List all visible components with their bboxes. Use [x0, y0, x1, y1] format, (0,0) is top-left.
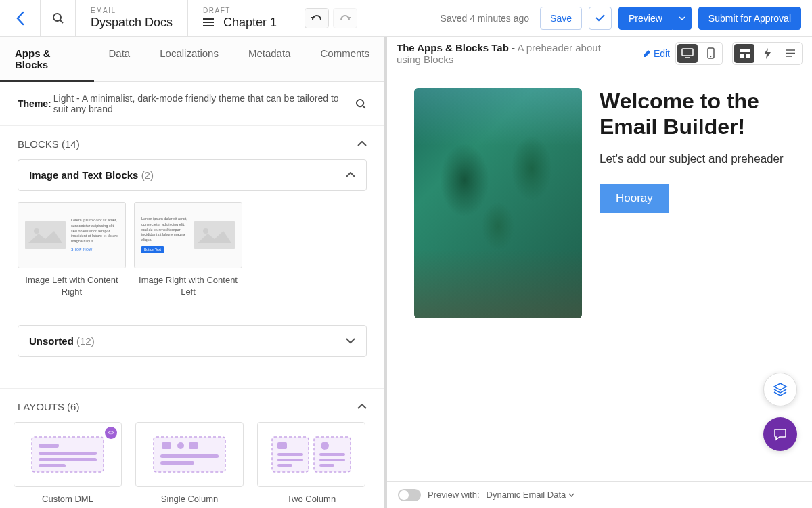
- footer-value[interactable]: Dynamic Email Data: [487, 490, 575, 500]
- redo-button: [333, 8, 357, 28]
- svg-rect-26: [319, 464, 334, 467]
- back-button[interactable]: [0, 0, 41, 37]
- svg-rect-9: [39, 458, 97, 461]
- layout-two-column[interactable]: Two Column: [257, 422, 365, 504]
- breadcrumb-email-label: EMAIL: [91, 7, 173, 14]
- svg-point-13: [177, 442, 184, 449]
- block-image-right[interactable]: Lorem ipsum dolor sit amet, consectetur …: [134, 202, 242, 298]
- svg-point-4: [34, 228, 39, 234]
- block-image-left[interactable]: Lorem ipsum dolor sit amet, consectetur …: [18, 202, 126, 298]
- tab-localizations[interactable]: Localizations: [145, 37, 233, 81]
- svg-point-5: [203, 228, 208, 234]
- svg-rect-33: [746, 54, 750, 58]
- chevron-up-icon: [346, 172, 355, 178]
- save-button[interactable]: Save: [540, 7, 582, 30]
- svg-rect-24: [319, 453, 345, 456]
- svg-point-23: [321, 442, 329, 450]
- preview-button[interactable]: Preview: [618, 7, 673, 30]
- tab-metadata[interactable]: Metadata: [233, 37, 306, 81]
- svg-line-3: [363, 106, 365, 108]
- tab-data[interactable]: Data: [94, 37, 145, 81]
- edit-link[interactable]: Edit: [643, 48, 670, 59]
- svg-rect-12: [162, 442, 171, 449]
- tab-apps-blocks[interactable]: Apps & Blocks: [0, 37, 94, 81]
- svg-rect-16: [160, 461, 194, 465]
- svg-rect-14: [189, 442, 198, 449]
- theme-search-icon[interactable]: [355, 98, 367, 110]
- desktop-view-button[interactable]: [677, 44, 698, 63]
- amp-view-button[interactable]: [757, 44, 777, 63]
- email-heading: Welcome to the Email Builder!: [600, 88, 785, 140]
- svg-rect-15: [160, 454, 219, 458]
- theme-label: Theme:: [18, 98, 51, 109]
- layouts-section-header[interactable]: LAYOUTS (6): [0, 389, 384, 422]
- blocks-section-header[interactable]: BLOCKS (14): [0, 126, 384, 159]
- layouts-header-label: LAYOUTS (6): [18, 401, 79, 412]
- search-button-top[interactable]: [41, 0, 76, 37]
- email-body: Let's add our subject and preheader: [600, 151, 785, 167]
- chat-fab[interactable]: [763, 417, 797, 451]
- breadcrumb-draft-label: DRAFT: [203, 7, 277, 14]
- svg-rect-32: [740, 54, 744, 58]
- theme-value: Light - A minimalist, dark-mode friendly…: [53, 93, 355, 114]
- svg-rect-18: [277, 442, 287, 449]
- hero-image: [414, 88, 582, 318]
- breadcrumb-email[interactable]: EMAIL Dyspatch Docs: [76, 0, 188, 37]
- theme-row: Theme: Light - A minimalist, dark-mode f…: [0, 82, 384, 126]
- layout-single-column[interactable]: Single Column: [135, 422, 244, 504]
- tab-comments[interactable]: Comments: [305, 37, 384, 81]
- blocks-header-label: BLOCKS (14): [18, 138, 80, 150]
- svg-rect-19: [277, 453, 303, 456]
- image-placeholder-icon: [194, 221, 235, 249]
- preview-title: The Apps & Blocks Tab - A preheader abou…: [397, 42, 625, 65]
- cta-button[interactable]: Hooray: [600, 184, 669, 213]
- svg-rect-25: [319, 459, 345, 461]
- saved-status: Saved 4 minutes ago: [441, 13, 530, 24]
- layers-fab[interactable]: [763, 373, 797, 406]
- preview-data-toggle[interactable]: [398, 489, 421, 501]
- footer-label: Preview with:: [428, 490, 480, 500]
- chevron-up-icon: [357, 404, 367, 410]
- hamburger-icon: [203, 18, 214, 26]
- subcat-image-text[interactable]: Image and Text Blocks (2): [18, 159, 367, 191]
- svg-rect-31: [740, 49, 750, 52]
- breadcrumb-email-value: Dyspatch Docs: [91, 16, 173, 30]
- sidebar-tabs: Apps & Blocks Data Localizations Metadat…: [0, 37, 384, 82]
- chevron-down-icon: [346, 338, 355, 344]
- svg-rect-8: [39, 452, 97, 455]
- undo-button[interactable]: [304, 8, 329, 28]
- breadcrumb-draft-value: Chapter 1: [203, 16, 277, 30]
- preview-dropdown[interactable]: [673, 7, 692, 30]
- image-placeholder-icon: [25, 221, 66, 249]
- layout-view-button[interactable]: [734, 44, 754, 63]
- svg-point-2: [357, 99, 363, 106]
- confirm-button[interactable]: [589, 7, 612, 30]
- svg-line-1: [60, 20, 63, 23]
- svg-rect-20: [277, 459, 303, 461]
- svg-rect-21: [277, 464, 292, 467]
- block-caption: Image Left with Content Right: [18, 275, 126, 298]
- chevron-up-icon: [357, 141, 367, 147]
- svg-rect-27: [682, 49, 693, 56]
- email-preview: Welcome to the Email Builder! Let's add …: [414, 88, 785, 318]
- text-view-button[interactable]: [780, 44, 800, 63]
- mobile-view-button[interactable]: [700, 44, 721, 63]
- block-caption: Image Right with Content Left: [134, 275, 242, 298]
- svg-rect-10: [39, 464, 66, 467]
- code-badge-icon: <>: [105, 427, 117, 439]
- layout-custom-dml[interactable]: <> Custom DML: [14, 422, 122, 504]
- svg-point-30: [710, 56, 711, 58]
- breadcrumb-draft[interactable]: DRAFT Chapter 1: [188, 0, 292, 37]
- submit-button[interactable]: Submit for Approval: [698, 7, 801, 30]
- svg-rect-7: [39, 444, 59, 448]
- subcat-unsorted[interactable]: Unsorted (12): [18, 325, 367, 357]
- svg-point-0: [53, 14, 61, 21]
